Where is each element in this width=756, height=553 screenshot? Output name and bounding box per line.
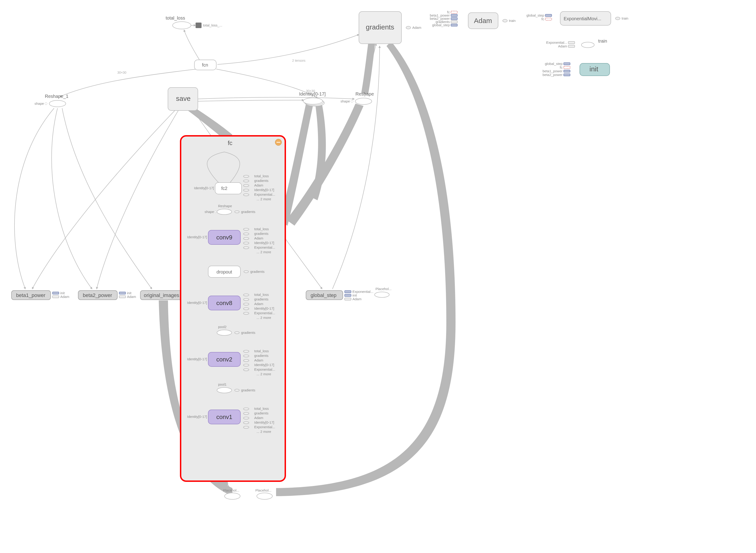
svg-point-99 (244, 364, 249, 366)
conv1-label: conv1 (216, 413, 232, 420)
adam-out-dot (503, 19, 507, 22)
svg-text:... 2 more: ... 2 more (257, 197, 271, 201)
svg-text:gradients: gradients (254, 232, 269, 236)
placeholder-b1-label: Placehol... (223, 488, 239, 492)
svg-point-26 (257, 493, 272, 499)
svg-point-12 (45, 102, 47, 105)
svg-text:total_loss: total_loss (254, 174, 269, 178)
svg-rect-41 (564, 66, 570, 69)
fcn-label: fcn (202, 62, 208, 68)
node-conv1[interactable]: conv1 (208, 410, 241, 424)
global-step-label: global_step (310, 292, 337, 298)
graph-canvas[interactable]: 2 tensors 30×30 30×30 total_loss total_l… (0, 0, 756, 553)
node-conv2[interactable]: conv2 (208, 352, 241, 367)
node-reshape-right[interactable]: Reshape shape (341, 91, 374, 104)
init-inputs: global_step fc beta1_power beta2_power (543, 62, 570, 77)
svg-rect-38 (568, 45, 575, 48)
pool1-label: pool1 (218, 382, 226, 386)
svg-text:Adam: Adam (254, 236, 263, 240)
svg-text:Identity[0-17]: Identity[0-17] (254, 363, 274, 367)
total-loss-sum-label: total_loss_... (203, 23, 222, 27)
node-conv9[interactable]: conv9 (208, 230, 241, 244)
svg-rect-35 (545, 18, 552, 20)
svg-rect-28 (451, 11, 457, 13)
svg-point-84 (244, 303, 249, 305)
svg-text:Exponential...: Exponential... (254, 192, 275, 196)
svg-rect-43 (564, 74, 570, 76)
node-fc2[interactable]: fc2 (215, 182, 242, 194)
svg-point-36 (581, 42, 594, 48)
svg-rect-15 (53, 296, 59, 298)
svg-text:... 2 more: ... 2 more (257, 316, 271, 320)
reshape-inner-shape: shape (204, 210, 214, 214)
conv2-label: conv2 (216, 356, 232, 363)
reshape1-label: Reshape_1 (45, 94, 68, 99)
pool2-label: pool2 (218, 325, 226, 329)
conv2-in-id: Identity[0-17] (187, 357, 207, 361)
svg-point-25 (224, 493, 240, 499)
svg-text:total_loss: total_loss (254, 349, 269, 353)
svg-text:Identity[0-17]: Identity[0-17] (254, 188, 274, 192)
node-beta1[interactable]: beta1_power init Adam (11, 291, 69, 300)
init-in-gs: global_step (545, 62, 563, 66)
node-fcn[interactable]: fcn (194, 60, 216, 70)
svg-rect-17 (119, 292, 126, 294)
svg-point-69 (244, 233, 249, 235)
init-in-b1: beta1_power (543, 69, 563, 73)
edge-label-2tensors: 2 tensors (292, 59, 305, 62)
node-placeholder-bottom-1[interactable]: Placehol... (223, 488, 240, 499)
svg-point-114 (244, 426, 249, 428)
beta2-label: beta2_power (83, 292, 112, 298)
beta2-out-init: init (127, 291, 131, 295)
svg-point-8 (303, 98, 322, 104)
tj-in-adam: Adam (558, 44, 567, 48)
node-placeholder-gs[interactable]: Placehol... (375, 287, 392, 298)
node-original-images[interactable]: original_images (140, 291, 186, 300)
node-save[interactable]: save (168, 87, 198, 110)
node-placeholder-bottom-2[interactable]: Placehol... (255, 488, 272, 499)
node-reshape1[interactable]: Reshape_1 shape (34, 94, 68, 107)
svg-rect-46 (215, 182, 242, 194)
pool2-out: gradients (241, 331, 255, 334)
svg-text:Adam: Adam (254, 416, 263, 420)
edge-label-30x30-1: 30×30 (117, 71, 126, 74)
svg-text:Exponential...: Exponential... (254, 425, 275, 429)
svg-point-97 (244, 355, 249, 357)
fc2-in-identity: Identity[0-17] (194, 186, 214, 190)
node-gradients[interactable]: gradients Adam (359, 11, 421, 44)
init-in-fc: fc (560, 65, 563, 69)
reshape-right-shape: shape (341, 99, 350, 103)
svg-point-11 (49, 100, 66, 107)
svg-point-87 (217, 330, 232, 335)
svg-text:total_loss: total_loss (254, 227, 269, 231)
conv9-label: conv9 (216, 234, 232, 241)
svg-point-111 (244, 412, 249, 415)
orig-img-label: original_images (144, 292, 179, 298)
svg-text:Identity[0-17]: Identity[0-17] (254, 420, 274, 424)
node-identity-stack[interactable]: Identity[0-17] (299, 91, 326, 106)
node-total-loss-summary[interactable]: total_loss_... (196, 22, 222, 28)
svg-rect-42 (564, 70, 570, 72)
save-label: save (176, 95, 190, 102)
node-total-loss[interactable]: total_loss (166, 15, 191, 29)
node-adam[interactable]: Adam (468, 13, 498, 29)
node-train-junction[interactable]: train Exponential... Adam (546, 38, 607, 48)
svg-text:... 2 more: ... 2 more (257, 372, 271, 376)
reshape-right-label: Reshape (356, 91, 374, 96)
edge-reshape1-to-beta1 (14, 108, 54, 289)
node-global-step[interactable]: global_step Exponential... init Adam (306, 290, 373, 301)
gs-out-exp: Exponential... (353, 290, 373, 294)
init-in-b2: beta2_power (543, 73, 563, 77)
edge-save-down-beta2 (97, 110, 178, 289)
node-init[interactable]: init (580, 63, 610, 76)
node-conv8[interactable]: conv8 (208, 296, 241, 310)
svg-point-83 (244, 298, 249, 301)
edge-save-to-reshape (197, 97, 354, 99)
node-expmov[interactable]: ExponentialMovi... (560, 11, 611, 25)
dropout-out: gradients (250, 269, 265, 273)
svg-point-98 (244, 360, 249, 362)
svg-text:Adam: Adam (254, 358, 263, 362)
node-beta2[interactable]: beta2_power init Adam (78, 291, 136, 300)
conv8-in-id: Identity[0-17] (187, 301, 207, 305)
svg-point-70 (244, 237, 249, 240)
